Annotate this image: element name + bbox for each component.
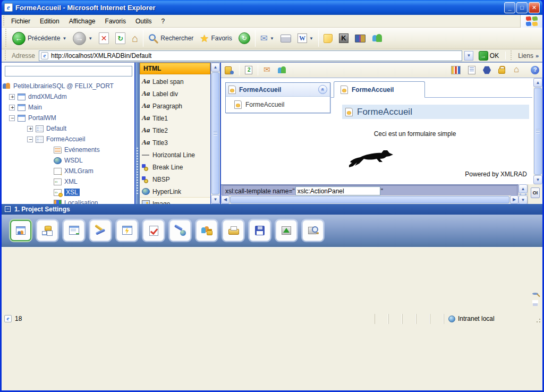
home-icon[interactable] [514, 66, 523, 74]
expand-icon[interactable] [9, 94, 15, 100]
scroll-up-icon[interactable]: ▲ [211, 63, 220, 72]
mail-dropdown-icon[interactable]: ▼ [270, 36, 274, 41]
maximize-button[interactable]: □ [516, 2, 528, 13]
tree-item-evenements[interactable]: Evénements [3, 144, 133, 155]
validate-button[interactable] [143, 220, 164, 241]
tree-item-dmdxmladm[interactable]: dmdXMLAdm [3, 91, 133, 102]
component-title1[interactable]: Title1 [140, 112, 210, 124]
minimize-button[interactable]: _ [504, 2, 515, 13]
edit-word-button[interactable]: ▼ [295, 32, 316, 45]
research-button[interactable] [352, 33, 368, 44]
security-button[interactable] [196, 220, 217, 241]
preview-button[interactable] [302, 220, 324, 241]
component-image[interactable]: Image [140, 198, 210, 204]
xsl-scrollbar[interactable]: ▲ ▼ [518, 184, 528, 204]
messenger-button[interactable] [369, 32, 385, 44]
messenger-icon[interactable] [277, 66, 287, 74]
toolbar-grip[interactable] [5, 29, 7, 48]
expand-icon[interactable] [9, 105, 15, 110]
menu-affichage[interactable]: Affichage [64, 16, 100, 27]
scroll-up-icon[interactable]: ▲ [533, 78, 542, 87]
menu-edition[interactable]: Edition [35, 16, 64, 27]
stop-button[interactable]: ✕ [96, 31, 112, 46]
scroll-down-icon[interactable]: ▼ [518, 195, 528, 204]
home-button[interactable]: ⌂ [129, 31, 141, 45]
lock-icon[interactable] [498, 66, 506, 74]
back-dropdown-icon[interactable]: ▼ [62, 36, 66, 41]
component-nbsp[interactable]: NBSP [140, 173, 210, 185]
project-settings-bar[interactable]: − 1. Project Settings [2, 204, 542, 215]
menu-aide[interactable]: ? [157, 16, 170, 27]
address-dropdown-icon[interactable]: ▼ [464, 51, 473, 61]
links-button[interactable]: Liens » [516, 52, 541, 59]
k-tool-button[interactable] [336, 32, 351, 45]
address-grip[interactable] [4, 50, 7, 61]
tree-root[interactable]: PetiteLibrairieSQL @ FELIX_PORT [3, 81, 133, 91]
word-dropdown-icon[interactable]: ▼ [309, 36, 313, 41]
save-button[interactable] [249, 220, 270, 241]
tree-item-xml[interactable]: XML [3, 176, 133, 187]
tree-item-portalwm[interactable]: PortalWM [3, 113, 133, 123]
component-tool-icon[interactable] [224, 66, 234, 74]
menu-grip[interactable] [3, 16, 5, 26]
scroll-down-icon[interactable]: ▼ [533, 175, 542, 184]
preview-scrollbar[interactable]: ▲ ▼ [533, 78, 542, 184]
palette-scrollbar[interactable]: ▲ ▼ [211, 63, 220, 204]
search-button[interactable]: Rechercher [146, 32, 196, 45]
forward-dropdown-icon[interactable]: ▼ [88, 36, 92, 41]
collapse-icon[interactable] [9, 115, 15, 121]
links-grip[interactable] [510, 50, 513, 61]
component-label-span[interactable]: Label span [140, 75, 210, 88]
mail-button[interactable]: ✉ ▼ [258, 31, 277, 46]
forms-button[interactable] [63, 220, 84, 241]
hexagon-icon[interactable] [483, 66, 491, 74]
refresh-button[interactable]: ↻ [113, 31, 128, 46]
magnifier-icon[interactable] [532, 293, 538, 295]
component-hyperlink[interactable]: HyperLink [140, 185, 210, 198]
refresh-page-icon[interactable] [245, 66, 252, 74]
help-icon[interactable] [531, 66, 539, 74]
design-button[interactable] [90, 220, 111, 241]
tree-item-xmlgram[interactable]: XMLGram [3, 166, 133, 176]
print-button[interactable] [278, 33, 294, 44]
resize-grip[interactable] [534, 314, 541, 324]
mail-icon[interactable] [264, 66, 273, 74]
deploy-button[interactable] [276, 220, 297, 241]
close-button[interactable]: ✕ [529, 2, 540, 13]
palette-header-html[interactable]: HTML [140, 63, 210, 74]
menu-fichier[interactable]: Fichier [6, 16, 35, 27]
back-button[interactable]: ← Précédente ▼ [10, 30, 69, 47]
menu-favoris[interactable]: Favoris [100, 16, 131, 27]
statistics-icon[interactable] [451, 66, 461, 74]
print-button[interactable] [223, 220, 244, 241]
forward-button[interactable]: → ▼ [70, 30, 95, 47]
scrollbar-thumb[interactable] [211, 72, 219, 194]
collapse-chevron-icon[interactable]: « [318, 85, 327, 94]
component-title3[interactable]: Title3 [140, 137, 210, 149]
scroll-right-icon[interactable]: ▶ [510, 195, 518, 204]
tree-item-formeaccueil[interactable]: FormeAccueil [3, 134, 133, 144]
scripts-button[interactable] [116, 220, 138, 241]
xsl-horizontal-scrollbar[interactable]: ◀ ▶ [221, 195, 518, 204]
menu-outils[interactable]: Outils [131, 16, 157, 27]
xsl-value-input[interactable] [295, 186, 380, 195]
tab-oi[interactable]: OI [531, 188, 540, 198]
scrollbar-thumb[interactable] [519, 194, 527, 195]
scrollbar-thumb[interactable] [230, 196, 509, 203]
scroll-left-icon[interactable]: ◀ [221, 195, 230, 204]
tree-item-localisation[interactable]: Localisation [3, 198, 133, 204]
component-title2[interactable]: Title2 [140, 124, 210, 137]
scroll-down-icon[interactable]: ▼ [211, 195, 220, 204]
project-settings-button[interactable] [10, 220, 31, 241]
tab-formeaccueil[interactable]: FormeAccueil [334, 81, 425, 98]
component-break-line[interactable]: Break Line [140, 161, 210, 173]
collapse-icon[interactable] [27, 137, 33, 142]
address-input[interactable] [51, 52, 461, 60]
history-button[interactable]: ↻ [236, 31, 253, 46]
expand-icon[interactable] [27, 126, 33, 132]
tree-splitter[interactable] [135, 63, 140, 204]
datastore-button[interactable] [37, 220, 58, 241]
collapse-icon[interactable]: − [5, 206, 11, 212]
component-label-div[interactable]: Label div [140, 88, 210, 100]
tree-item-default[interactable]: Default [3, 123, 133, 134]
